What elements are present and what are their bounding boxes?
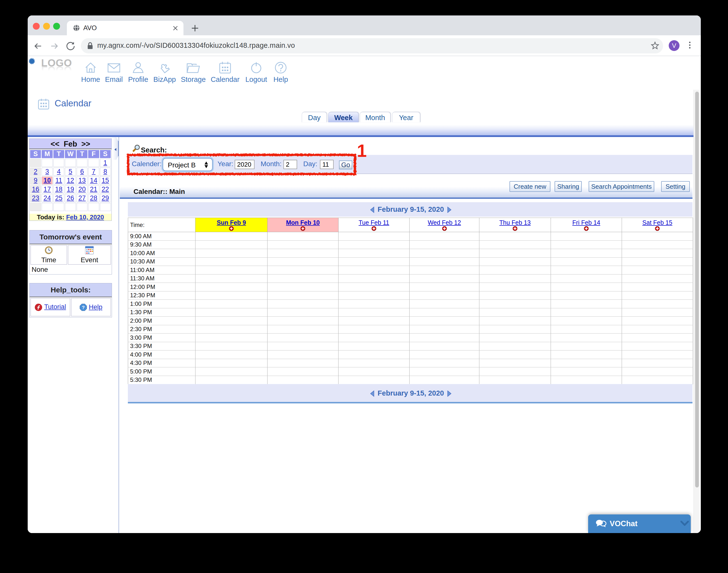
svg-text:?: ?	[82, 305, 85, 310]
svg-text:1: 1	[357, 141, 367, 161]
